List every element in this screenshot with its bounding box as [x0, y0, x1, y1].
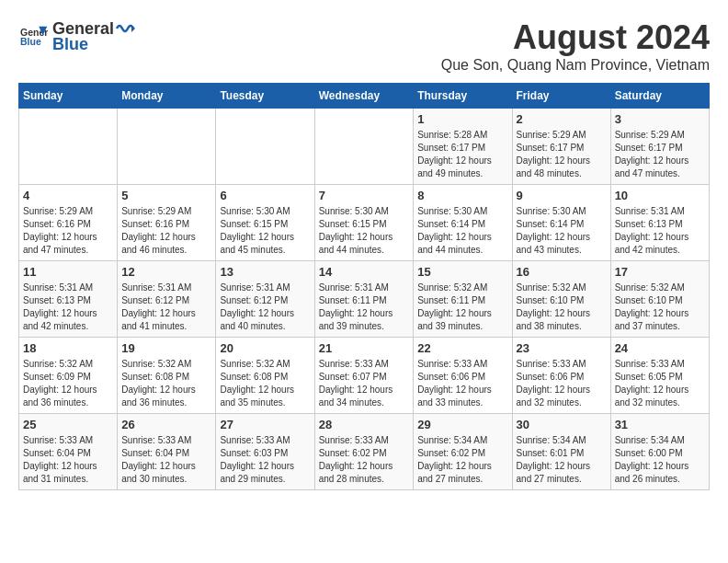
day-number: 22 [417, 341, 507, 355]
calendar-cell-w2-d4: 15Sunrise: 5:32 AM Sunset: 6:11 PM Dayli… [414, 261, 512, 338]
calendar-cell-w3-d4: 22Sunrise: 5:33 AM Sunset: 6:06 PM Dayli… [414, 338, 512, 414]
calendar-cell-w0-d0 [19, 109, 118, 185]
calendar-cell-w2-d3: 14Sunrise: 5:31 AM Sunset: 6:11 PM Dayli… [314, 261, 414, 338]
calendar-table: SundayMondayTuesdayWednesdayThursdayFrid… [18, 83, 710, 490]
day-number: 27 [220, 418, 310, 431]
day-number: 25 [23, 418, 113, 431]
calendar-cell-w2-d0: 11Sunrise: 5:31 AM Sunset: 6:13 PM Dayli… [19, 261, 118, 338]
day-info: Sunrise: 5:31 AM Sunset: 6:13 PM Dayligh… [23, 282, 113, 333]
calendar-cell-w1-d6: 10Sunrise: 5:31 AM Sunset: 6:13 PM Dayli… [610, 185, 709, 261]
day-number: 19 [121, 341, 211, 355]
day-info: Sunrise: 5:29 AM Sunset: 6:17 PM Dayligh… [517, 129, 607, 180]
day-info: Sunrise: 5:31 AM Sunset: 6:11 PM Dayligh… [319, 282, 410, 333]
day-info: Sunrise: 5:31 AM Sunset: 6:12 PM Dayligh… [121, 282, 211, 333]
calendar-cell-w3-d0: 18Sunrise: 5:32 AM Sunset: 6:09 PM Dayli… [19, 338, 118, 414]
logo: General Blue General Blue [18, 18, 136, 54]
day-number: 24 [615, 341, 705, 355]
day-header-tuesday: Tuesday [216, 84, 314, 109]
day-info: Sunrise: 5:31 AM Sunset: 6:12 PM Dayligh… [220, 282, 310, 333]
day-info: Sunrise: 5:30 AM Sunset: 6:15 PM Dayligh… [319, 205, 410, 257]
day-number: 1 [417, 112, 507, 126]
logo-wave-icon [115, 18, 135, 39]
calendar-cell-w1-d0: 4Sunrise: 5:29 AM Sunset: 6:16 PM Daylig… [19, 185, 118, 261]
calendar-cell-w0-d6: 3Sunrise: 5:29 AM Sunset: 6:17 PM Daylig… [610, 109, 709, 185]
calendar-cell-w4-d6: 31Sunrise: 5:34 AM Sunset: 6:00 PM Dayli… [610, 414, 709, 490]
day-number: 14 [319, 265, 410, 279]
day-number: 30 [517, 418, 607, 431]
calendar-cell-w3-d3: 21Sunrise: 5:33 AM Sunset: 6:07 PM Dayli… [314, 338, 414, 414]
day-number: 28 [319, 418, 410, 431]
day-info: Sunrise: 5:33 AM Sunset: 6:05 PM Dayligh… [615, 358, 705, 409]
day-number: 12 [121, 265, 211, 279]
calendar-cell-w1-d5: 9Sunrise: 5:30 AM Sunset: 6:14 PM Daylig… [512, 185, 610, 261]
day-info: Sunrise: 5:33 AM Sunset: 6:04 PM Dayligh… [121, 434, 211, 486]
day-number: 9 [517, 189, 607, 202]
location-title: Que Son, Quang Nam Province, Vietnam [441, 57, 710, 74]
calendar-cell-w3-d2: 20Sunrise: 5:32 AM Sunset: 6:08 PM Dayli… [216, 338, 314, 414]
day-number: 7 [319, 189, 410, 202]
day-number: 5 [121, 189, 211, 202]
calendar-cell-w4-d0: 25Sunrise: 5:33 AM Sunset: 6:04 PM Dayli… [19, 414, 118, 490]
calendar-cell-w4-d1: 26Sunrise: 5:33 AM Sunset: 6:04 PM Dayli… [118, 414, 216, 490]
calendar-cell-w2-d5: 16Sunrise: 5:32 AM Sunset: 6:10 PM Dayli… [512, 261, 610, 338]
calendar-cell-w0-d3 [314, 109, 414, 185]
svg-marker-3 [131, 25, 135, 32]
day-info: Sunrise: 5:32 AM Sunset: 6:09 PM Dayligh… [23, 358, 113, 409]
day-info: Sunrise: 5:33 AM Sunset: 6:02 PM Dayligh… [319, 434, 410, 486]
day-header-sunday: Sunday [19, 84, 118, 109]
day-number: 16 [517, 265, 607, 279]
day-info: Sunrise: 5:32 AM Sunset: 6:11 PM Dayligh… [417, 282, 507, 333]
day-info: Sunrise: 5:32 AM Sunset: 6:08 PM Dayligh… [121, 358, 211, 409]
day-info: Sunrise: 5:32 AM Sunset: 6:08 PM Dayligh… [220, 358, 310, 409]
day-info: Sunrise: 5:34 AM Sunset: 6:01 PM Dayligh… [517, 434, 607, 486]
calendar-cell-w2-d6: 17Sunrise: 5:32 AM Sunset: 6:10 PM Dayli… [610, 261, 709, 338]
day-number: 17 [615, 265, 705, 279]
day-number: 8 [417, 189, 507, 202]
header: General Blue General Blue August 2024 Qu… [18, 18, 710, 74]
calendar-cell-w4-d2: 27Sunrise: 5:33 AM Sunset: 6:03 PM Dayli… [216, 414, 314, 490]
day-info: Sunrise: 5:32 AM Sunset: 6:10 PM Dayligh… [517, 282, 607, 333]
calendar-cell-w3-d1: 19Sunrise: 5:32 AM Sunset: 6:08 PM Dayli… [118, 338, 216, 414]
day-number: 10 [615, 189, 705, 202]
day-info: Sunrise: 5:33 AM Sunset: 6:07 PM Dayligh… [319, 358, 410, 409]
day-number: 6 [220, 189, 310, 202]
day-info: Sunrise: 5:33 AM Sunset: 6:04 PM Dayligh… [23, 434, 113, 486]
day-info: Sunrise: 5:33 AM Sunset: 6:06 PM Dayligh… [517, 358, 607, 409]
calendar-cell-w0-d5: 2Sunrise: 5:29 AM Sunset: 6:17 PM Daylig… [512, 109, 610, 185]
day-info: Sunrise: 5:30 AM Sunset: 6:14 PM Dayligh… [417, 205, 507, 257]
day-number: 18 [23, 341, 113, 355]
logo-icon: General Blue [20, 23, 48, 51]
day-info: Sunrise: 5:29 AM Sunset: 6:16 PM Dayligh… [23, 205, 113, 257]
day-number: 23 [517, 341, 607, 355]
calendar-cell-w1-d2: 6Sunrise: 5:30 AM Sunset: 6:15 PM Daylig… [216, 185, 314, 261]
calendar-cell-w3-d5: 23Sunrise: 5:33 AM Sunset: 6:06 PM Dayli… [512, 338, 610, 414]
day-info: Sunrise: 5:30 AM Sunset: 6:14 PM Dayligh… [517, 205, 607, 257]
day-header-saturday: Saturday [610, 84, 709, 109]
calendar-cell-w4-d5: 30Sunrise: 5:34 AM Sunset: 6:01 PM Dayli… [512, 414, 610, 490]
day-info: Sunrise: 5:31 AM Sunset: 6:13 PM Dayligh… [615, 205, 705, 257]
day-number: 3 [615, 112, 705, 126]
calendar-cell-w4-d3: 28Sunrise: 5:33 AM Sunset: 6:02 PM Dayli… [314, 414, 414, 490]
day-number: 21 [319, 341, 410, 355]
day-info: Sunrise: 5:33 AM Sunset: 6:03 PM Dayligh… [220, 434, 310, 486]
calendar-cell-w0-d4: 1Sunrise: 5:28 AM Sunset: 6:17 PM Daylig… [414, 109, 512, 185]
day-number: 20 [220, 341, 310, 355]
month-title: August 2024 [441, 18, 710, 57]
svg-text:Blue: Blue [20, 36, 41, 47]
day-number: 13 [220, 265, 310, 279]
day-number: 11 [23, 265, 113, 279]
day-info: Sunrise: 5:33 AM Sunset: 6:06 PM Dayligh… [417, 358, 507, 409]
calendar-cell-w0-d1 [118, 109, 216, 185]
day-info: Sunrise: 5:34 AM Sunset: 6:00 PM Dayligh… [615, 434, 705, 486]
day-header-wednesday: Wednesday [314, 84, 414, 109]
calendar-cell-w1-d4: 8Sunrise: 5:30 AM Sunset: 6:14 PM Daylig… [414, 185, 512, 261]
day-number: 15 [417, 265, 507, 279]
day-info: Sunrise: 5:28 AM Sunset: 6:17 PM Dayligh… [417, 129, 507, 180]
title-area: August 2024 Que Son, Quang Nam Province,… [441, 18, 710, 74]
day-number: 29 [417, 418, 507, 431]
calendar-cell-w0-d2 [216, 109, 314, 185]
calendar-cell-w2-d2: 13Sunrise: 5:31 AM Sunset: 6:12 PM Dayli… [216, 261, 314, 338]
day-number: 4 [23, 189, 113, 202]
day-header-thursday: Thursday [414, 84, 512, 109]
day-info: Sunrise: 5:30 AM Sunset: 6:15 PM Dayligh… [220, 205, 310, 257]
